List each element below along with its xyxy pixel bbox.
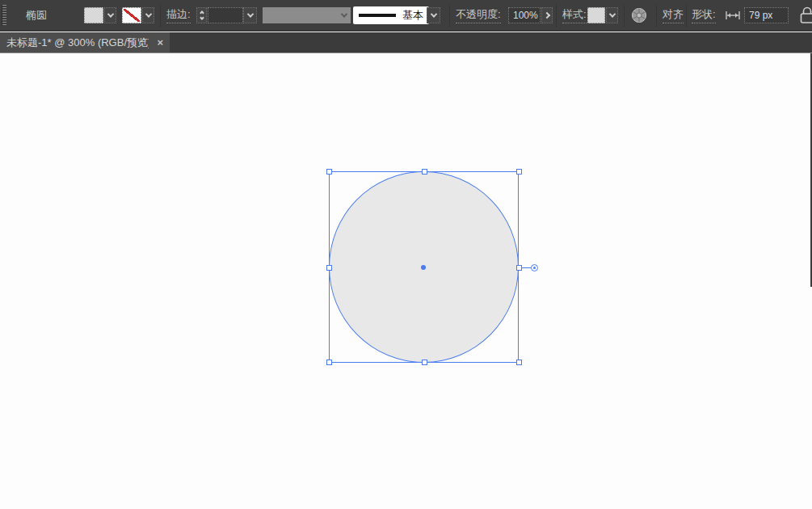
document-tab-title: 未标题-1* @ 300% (RGB/预览) [6,36,149,50]
fill-color-dropdown[interactable] [104,7,116,23]
separator [686,5,687,27]
artboard-canvas[interactable] [0,53,812,509]
separator [656,5,657,27]
opacity-label[interactable]: 不透明度: [456,7,501,23]
close-icon[interactable]: × [157,36,163,48]
selection-handle-ne[interactable] [516,169,522,175]
center-point-widget[interactable] [421,265,426,270]
stroke-weight-dropdown[interactable] [243,7,257,23]
stroke-color-dropdown[interactable] [142,7,154,23]
selection-bounding-box [329,171,519,363]
selection-handle-s[interactable] [422,360,427,365]
width-measure-icon [726,11,740,19]
selection-handle-nw[interactable] [326,169,332,175]
chevron-down-icon [341,11,347,17]
chevron-down-icon [200,15,204,20]
width-profile-value: 基本 [402,8,423,23]
illustrator-window: 椭圆 描边: 基本 [0,0,812,509]
graphic-style-swatch[interactable] [587,7,605,23]
pie-angle-widget[interactable] [531,264,538,271]
selection-handle-n[interactable] [422,169,427,175]
selection-handle-e[interactable] [516,265,522,271]
graphic-style-dropdown[interactable] [606,7,618,23]
separator [556,5,557,27]
fill-color-swatch[interactable] [84,7,103,23]
document-tab[interactable]: 未标题-1* @ 300% (RGB/预览) × [0,32,170,53]
selection-handle-se[interactable] [516,360,522,365]
chevron-down-icon [246,11,253,17]
uniform-profile-icon [359,14,396,17]
brush-definition-select[interactable] [263,7,338,23]
chevron-down-icon [145,11,151,17]
shape-width-input[interactable]: 79 px [744,7,789,23]
selection-handle-w[interactable] [326,265,332,271]
pie-widget-dot [533,267,536,269]
align-label[interactable]: 对齐 [663,7,684,23]
chevron-down-icon [430,11,436,17]
control-toolbar: 椭圆 描边: 基本 [0,0,812,32]
selection-handle-sw[interactable] [326,360,332,365]
chevron-down-icon [608,11,615,17]
stroke-label[interactable]: 描边: [166,7,191,23]
opacity-input[interactable]: 100% [508,7,541,23]
opacity-popup-button[interactable] [541,7,553,23]
brush-definition-dropdown[interactable] [338,7,351,23]
none-slash-icon [124,9,140,22]
width-profile-dropdown[interactable] [427,7,440,23]
separator [449,5,450,27]
stroke-weight-stepper[interactable] [196,7,207,23]
stroke-color-swatch[interactable] [122,7,141,23]
style-label[interactable]: 样式: [562,7,587,23]
shape-label[interactable]: 形状: [692,7,716,23]
chevron-down-icon [107,11,113,17]
toolbar-grip-handle[interactable] [2,5,6,26]
separator [160,5,161,27]
stroke-weight-input[interactable] [208,7,243,23]
tool-name-label: 椭圆 [26,8,47,23]
chevron-right-icon [544,12,550,19]
separator [624,5,625,27]
width-profile-select[interactable]: 基本 [353,6,429,24]
recolor-artwork-icon[interactable] [631,7,647,23]
constrain-proportions-lock-icon[interactable] [800,6,812,24]
document-tab-bar: 未标题-1* @ 300% (RGB/预览) × [0,32,812,53]
